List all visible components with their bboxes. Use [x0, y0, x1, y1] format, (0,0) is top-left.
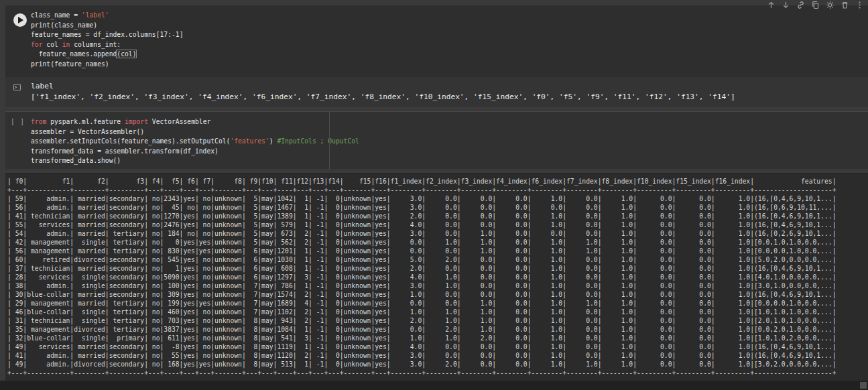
- code-editor-1[interactable]: class_name = 'label' print(class_name) f…: [31, 11, 183, 70]
- copy-icon[interactable]: [811, 1, 820, 9]
- more-options-icon[interactable]: [855, 1, 864, 9]
- cell-1-output: label ['f1_index', 'f2_index', 'f3_index…: [5, 77, 868, 107]
- dataframe-show-output: | f0| f1| f2| f3| f4| f5| f6| f7| f8| f9…: [5, 174, 868, 377]
- cell-2-output: | f0| f1| f2| f3| f4| f5| f6| f7| f8| f9…: [5, 173, 868, 381]
- move-cell-down-icon[interactable]: [782, 1, 790, 9]
- cell-toolbar: [767, 1, 864, 9]
- notebook-page: class_name = 'label' print(class_name) f…: [0, 0, 868, 390]
- play-icon: [18, 17, 23, 23]
- editor-column-ruler: [329, 112, 330, 170]
- move-cell-up-icon[interactable]: [767, 1, 776, 9]
- horizontal-scrollbar[interactable]: [0, 381, 868, 390]
- settings-icon[interactable]: [826, 1, 834, 9]
- execution-count-badge: [ ]: [11, 118, 25, 125]
- scrollbar-corner: [860, 382, 867, 389]
- console-output-icon: [13, 82, 21, 94]
- code-editor-2[interactable]: from pyspark.ml.feature import VectorAss…: [31, 117, 359, 166]
- code-cell-2: [ ] from pyspark.ml.feature import Vecto…: [5, 111, 868, 170]
- cell-1-output-text: label ['f1_index', 'f2_index', 'f3_index…: [31, 81, 735, 102]
- delete-icon[interactable]: [841, 1, 849, 9]
- run-cell-button[interactable]: [13, 13, 27, 27]
- link-icon[interactable]: [796, 1, 805, 9]
- code-cell-1: class_name = 'label' print(class_name) f…: [5, 5, 868, 77]
